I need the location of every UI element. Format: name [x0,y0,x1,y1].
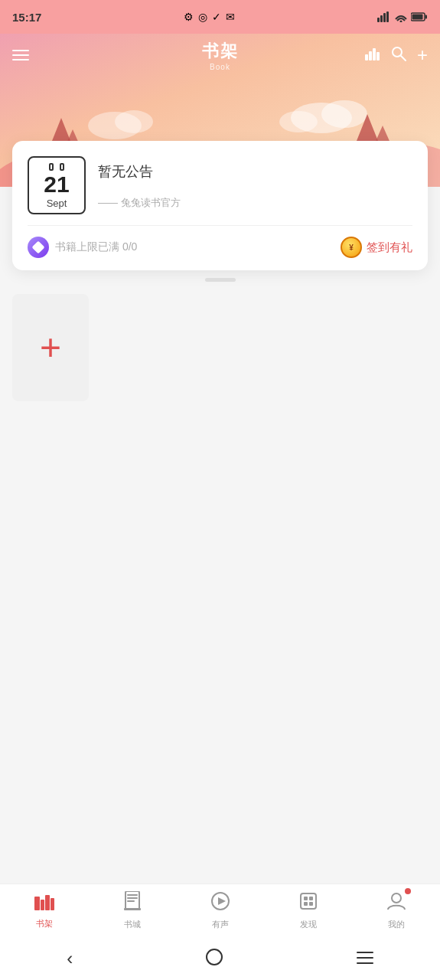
status-icons: ⚙ ◎ ✓ ✉ [184,11,235,23]
checkin-label: 签到有礼 [367,240,412,255]
menu-button[interactable] [12,50,29,60]
announcement-card: 21 Sept 暂无公告 —— 兔兔读书官方 书籍上限已满 0/0 ¥ 签到有礼 [12,141,428,270]
checkin-button[interactable]: ¥ 签到有礼 [341,237,412,258]
signal-icons [377,11,428,22]
scroll-indicator [205,278,236,282]
announcement-text: 暂无公告 —— 兔兔读书官方 [98,156,181,210]
nav-left[interactable] [12,50,29,60]
svg-rect-1 [380,15,383,22]
svg-rect-9 [369,51,372,60]
discover-nav-label: 发现 [300,919,317,930]
top-nav: 书架 Book + [0,34,440,77]
search-icon[interactable] [391,46,406,65]
svg-rect-35 [51,898,54,910]
svg-rect-44 [304,897,308,900]
svg-rect-34 [45,895,50,910]
svg-line-13 [401,56,406,60]
nav-item-mine[interactable]: 我的 [352,891,440,930]
svg-rect-47 [309,902,313,906]
card-bottom: 书籍上限已满 0/0 ¥ 签到有礼 [28,237,412,258]
svg-rect-2 [383,13,386,22]
svg-rect-10 [373,48,376,60]
svg-marker-42 [218,897,226,905]
add-book-plus-icon: + [40,329,61,366]
svg-rect-50 [357,952,373,953]
svg-point-15 [321,100,367,128]
svg-rect-46 [304,902,308,906]
svg-point-12 [393,47,402,57]
announcement-title: 暂无公告 [98,162,181,181]
bookstore-nav-icon [124,891,141,916]
svg-rect-3 [386,11,389,22]
svg-rect-32 [34,897,40,910]
calendar-date: 21 [44,173,69,196]
svg-point-16 [279,111,318,132]
svg-rect-11 [376,52,380,60]
system-nav: ‹ [0,937,440,980]
status-bar: 15:17 ⚙ ◎ ✓ ✉ [0,0,440,34]
add-book-button[interactable]: + [12,294,89,401]
svg-point-4 [400,21,403,23]
svg-rect-52 [357,962,373,964]
audio-nav-icon [210,891,230,916]
heart-icon: ✓ [212,11,221,23]
mine-nav-icon [386,891,406,916]
coin-icon: ¥ [341,237,362,258]
settings-icon: ⚙ [184,11,194,23]
stats-icon[interactable] [365,47,380,64]
diamond-icon [28,237,49,258]
card-divider [28,225,412,226]
nav-item-bookshelf[interactable]: 书架 [0,892,88,929]
svg-rect-40 [124,908,141,910]
home-button[interactable] [191,942,238,975]
bottom-nav: 书架 书城 有声 [0,884,440,937]
bookstore-nav-label: 书城 [124,919,141,930]
nav-item-discover[interactable]: 发现 [264,891,352,930]
nav-right: + [365,44,428,66]
mine-nav-label: 我的 [388,919,405,930]
audio-nav-label: 有声 [212,919,229,930]
svg-rect-43 [301,893,316,909]
svg-rect-39 [127,900,135,902]
svg-rect-37 [127,894,138,896]
app-title-en: Book [202,63,239,71]
mail-icon: ✉ [226,11,235,23]
svg-point-49 [207,949,222,965]
svg-rect-33 [41,900,44,910]
svg-rect-8 [365,54,368,60]
svg-point-18 [115,110,153,133]
signal-icon [395,11,407,22]
card-area: 21 Sept 暂无公告 —— 兔兔读书官方 书籍上限已满 0/0 ¥ 签到有礼 [12,141,428,282]
nav-item-audio[interactable]: 有声 [176,891,264,930]
add-icon[interactable]: + [417,44,428,66]
svg-rect-6 [425,15,428,19]
calendar-widget: 21 Sept [28,156,86,214]
nav-item-bookstore[interactable]: 书城 [88,891,176,930]
shelf-area: + [12,294,428,401]
battery-icon [411,11,428,22]
app-title-cn: 书架 [202,40,239,63]
back-button[interactable]: ‹ [51,942,88,975]
svg-rect-7 [412,15,423,20]
limit-text: 书籍上限已满 0/0 [55,240,137,254]
announcement-top: 21 Sept 暂无公告 —— 兔兔读书官方 [28,156,412,214]
svg-rect-0 [377,18,380,22]
bookshelf-limit: 书籍上限已满 0/0 [28,237,137,258]
calendar-month: Sept [47,198,67,209]
status-time: 15:17 [12,11,41,24]
svg-rect-38 [127,897,138,899]
svg-rect-45 [309,897,313,900]
svg-rect-51 [357,957,373,959]
nav-center-title: 书架 Book [202,40,239,71]
announcement-source: —— 兔兔读书官方 [98,196,181,210]
discover-nav-icon [298,891,318,916]
wifi-icon [377,11,391,22]
bookshelf-nav-icon [34,892,54,915]
recents-button[interactable] [341,944,389,974]
bookshelf-nav-label: 书架 [36,918,53,929]
svg-point-48 [392,893,401,903]
vpn-icon: ◎ [198,11,207,23]
mine-badge [405,888,411,894]
